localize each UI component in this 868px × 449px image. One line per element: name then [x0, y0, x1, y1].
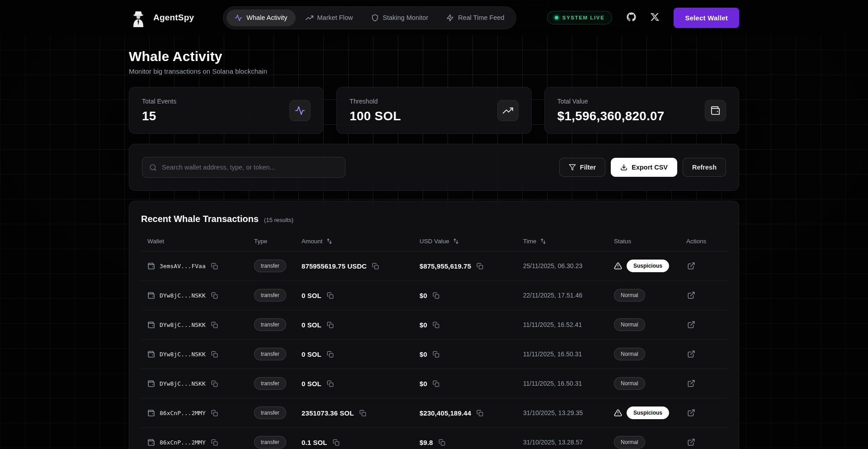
nav-item-staking-monitor[interactable]: Staking Monitor [363, 9, 437, 26]
column-label: Actions [686, 238, 706, 245]
toolbar: Filter Export CSV Refresh [129, 144, 739, 191]
usd-value: $0 [420, 292, 427, 299]
copy-amount-button[interactable] [326, 321, 335, 329]
external-link-icon [687, 291, 695, 299]
copy-icon [211, 321, 218, 328]
copy-wallet-button[interactable] [210, 409, 219, 417]
wallet-address: 86xCnP...2MMY [160, 410, 206, 416]
nav-item-whale-activity[interactable]: Whale Activity [226, 9, 295, 26]
copy-icon [333, 439, 340, 446]
wallet-icon [710, 105, 721, 116]
activity-icon [295, 105, 305, 116]
time-value: 11/11/2025, 16.50.31 [523, 380, 582, 387]
column-label: Type [254, 238, 267, 245]
copy-icon [211, 439, 218, 446]
github-link-button[interactable] [624, 9, 639, 26]
wallet-icon [147, 380, 155, 388]
open-transaction-button[interactable] [686, 320, 696, 330]
copy-wallet-button[interactable] [210, 438, 219, 447]
type-badge: transfer [254, 318, 286, 331]
column-header-amount[interactable]: Amount [302, 238, 420, 245]
type-badge: transfer [254, 289, 286, 302]
stat-value: 100 SOL [349, 109, 401, 123]
external-link-icon [687, 438, 695, 446]
stat-card-threshold: Threshold100 SOL [336, 87, 531, 134]
copy-usd-button[interactable] [432, 321, 440, 329]
zap-icon [446, 14, 454, 22]
open-transaction-button[interactable] [686, 261, 696, 271]
wallet-address: 86xCnP...2MMY [160, 439, 206, 446]
amount-value: 875955619.75 USDC [302, 262, 367, 270]
refresh-label: Refresh [692, 164, 717, 171]
stat-icon-box [497, 100, 519, 121]
copy-usd-button[interactable] [438, 438, 446, 447]
agentspy-logo-icon [129, 8, 148, 27]
wallet-icon [147, 321, 155, 329]
refresh-button[interactable]: Refresh [683, 158, 726, 177]
filter-button[interactable]: Filter [559, 158, 605, 177]
nav-item-market-flow[interactable]: Market Flow [297, 9, 361, 26]
copy-amount-button[interactable] [371, 262, 380, 270]
copy-icon [211, 410, 218, 416]
trending-icon [503, 105, 513, 116]
copy-wallet-button[interactable] [210, 379, 219, 388]
status-badge: Normal [614, 318, 645, 331]
open-transaction-button[interactable] [686, 378, 696, 388]
copy-usd-button[interactable] [476, 262, 484, 270]
nav-item-label: Whale Activity [246, 14, 287, 21]
status-badge: Normal [614, 436, 645, 449]
type-badge: transfer [254, 406, 286, 419]
column-header-status: Status [614, 238, 686, 245]
wallet-address: 3emsAV...FVaa [160, 263, 206, 269]
copy-amount-button[interactable] [332, 438, 340, 447]
copy-wallet-button[interactable] [210, 321, 219, 329]
x-twitter-link-button[interactable] [648, 10, 662, 25]
copy-wallet-button[interactable] [210, 291, 219, 300]
search-icon [149, 164, 157, 171]
select-wallet-button[interactable]: Select Wallet [674, 8, 739, 28]
copy-icon [327, 351, 334, 358]
copy-amount-button[interactable] [326, 379, 335, 388]
export-csv-button[interactable]: Export CSV [611, 158, 677, 177]
status-badge: Suspicious [627, 260, 669, 272]
table-row: 3emsAV...FVaatransfer875955619.75 USDC$8… [140, 251, 728, 281]
copy-amount-button[interactable] [359, 409, 367, 417]
copy-icon [359, 410, 366, 416]
open-transaction-button[interactable] [686, 408, 696, 418]
copy-usd-button[interactable] [476, 409, 484, 417]
column-label: USD Value [420, 238, 449, 245]
column-label: Status [614, 238, 631, 245]
open-transaction-button[interactable] [686, 290, 696, 300]
main-content: Whale Activity Monitor big transactions … [129, 35, 739, 449]
wallet-address: DYw8jC...NSKK [160, 292, 206, 299]
open-transaction-button[interactable] [686, 437, 696, 447]
wallet-address: DYw8jC...NSKK [160, 351, 206, 358]
wallet-address: DYw8jC...NSKK [160, 380, 206, 387]
copy-wallet-button[interactable] [210, 350, 219, 359]
copy-usd-button[interactable] [432, 350, 440, 359]
copy-amount-button[interactable] [326, 291, 335, 300]
copy-amount-button[interactable] [326, 350, 335, 359]
filter-icon [569, 164, 576, 171]
copy-wallet-button[interactable] [210, 262, 219, 270]
main-nav: Whale ActivityMarket FlowStaking Monitor… [223, 6, 516, 29]
results-count: (15 results) [264, 217, 293, 223]
table-row: DYw8jC...NSKKtransfer0 SOL$022/11/2025, … [140, 281, 728, 310]
search-box[interactable] [142, 157, 345, 178]
copy-usd-button[interactable] [432, 379, 440, 388]
time-value: 22/11/2025, 17.51.46 [523, 292, 582, 299]
column-header-time[interactable]: Time [523, 238, 614, 245]
stat-value: 15 [142, 109, 176, 123]
column-header-usd-value[interactable]: USD Value [420, 238, 523, 245]
copy-icon [439, 439, 445, 446]
top-header: AgentSpy Whale ActivityMarket FlowStakin… [0, 0, 868, 35]
search-input[interactable] [162, 164, 338, 171]
column-header-actions: Actions [686, 238, 721, 245]
stats-row: Total Events15Threshold100 SOLTotal Valu… [129, 87, 739, 134]
type-badge: transfer [254, 436, 286, 449]
status-badge: Normal [614, 377, 645, 390]
nav-item-real-time-feed[interactable]: Real Time Feed [438, 9, 512, 26]
copy-usd-button[interactable] [432, 291, 440, 300]
open-transaction-button[interactable] [686, 349, 696, 359]
shield-icon [371, 14, 379, 22]
